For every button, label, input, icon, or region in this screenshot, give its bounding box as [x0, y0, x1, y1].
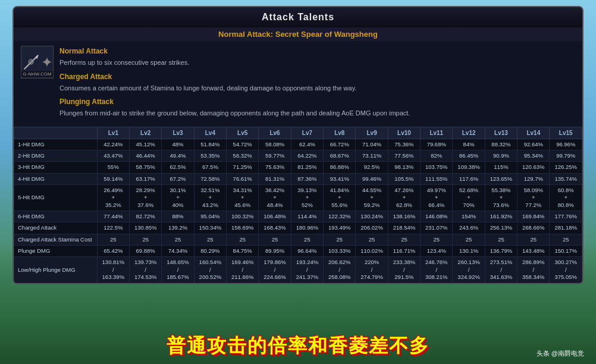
col-header-lv13: Lv13	[485, 127, 517, 139]
cell-r5-c6: 114.4%	[291, 211, 323, 222]
cell-r2-c1: 58.75%	[130, 162, 162, 173]
cell-r0-c6: 62.4%	[291, 139, 323, 150]
cell-r6-c4: 158.69%	[227, 222, 259, 234]
cell-r0-c9: 75.36%	[388, 139, 420, 150]
cell-r2-c10: 103.75%	[421, 162, 453, 173]
cell-r6-c8: 206.02%	[356, 222, 388, 234]
table-row: 4-Hit DMG59.14%63.17%67.2%72.58%76.61%81…	[14, 173, 582, 184]
cell-r7-c10: 25	[421, 234, 453, 245]
cell-r7-c7: 25	[324, 234, 356, 245]
table-row: 1-Hit DMG42.24%45.12%48%51.84%54.72%58.0…	[14, 139, 582, 150]
cell-r9-c5: 179.86%/224.66%	[259, 257, 291, 283]
skill-icon: G-NHW.COM	[21, 46, 54, 79]
table-row: Charged Attack Stamina Cost2525252525252…	[14, 234, 582, 245]
normal-attack-label: Normal Attack	[59, 46, 575, 57]
cell-r4-c1: 28.29%+37.6%	[130, 184, 162, 211]
cell-r1-c7: 68.67%	[324, 150, 356, 161]
cell-r7-c8: 25	[356, 234, 388, 245]
cell-r1-c12: 90.9%	[485, 150, 517, 161]
stats-table-wrapper: Lv1Lv2Lv3Lv4Lv5Lv6Lv7Lv8Lv9Lv10Lv11Lv12L…	[14, 127, 582, 284]
table-row: 3-Hit DMG55%58.75%62.5%67.5%71.25%75.63%…	[14, 162, 582, 173]
cell-r2-c9: 98.13%	[388, 162, 420, 173]
cell-r5-c1: 82.72%	[130, 211, 162, 222]
cell-r1-c13: 95.34%	[517, 150, 550, 161]
cell-r8-c4: 84.75%	[227, 245, 259, 256]
cell-r9-c11: 260.13%/324.92%	[453, 257, 485, 283]
col-header-lv10: Lv10	[388, 127, 420, 139]
cell-r9-c2: 148.65%/185.67%	[162, 257, 194, 283]
cell-r6-c3: 150.34%	[194, 222, 226, 234]
normal-attack-desc: Performs up to six consecutive spear str…	[59, 58, 575, 68]
cell-r7-c5: 25	[259, 234, 291, 245]
col-header-lv7: Lv7	[291, 127, 323, 139]
cell-r6-c2: 139.2%	[162, 222, 194, 234]
cell-r9-c7: 206.62%/258.08%	[324, 257, 356, 283]
cell-r7-c1: 25	[130, 234, 162, 245]
cell-r7-c6: 25	[291, 234, 323, 245]
col-header-lv4: Lv4	[194, 127, 226, 139]
cell-r4-c0: 26.49%+35.2%	[97, 184, 129, 211]
col-header-lv15: Lv15	[550, 127, 582, 139]
bottom-text-area: 普通攻击的倍率和香菱差不多	[0, 333, 596, 359]
cell-r0-c13: 92.64%	[517, 139, 550, 150]
cell-r1-c3: 53.35%	[194, 150, 226, 161]
cell-r1-c4: 56.32%	[227, 150, 259, 161]
cell-r9-c12: 273.51%/341.63%	[485, 257, 517, 283]
cell-r7-c4: 25	[227, 234, 259, 245]
cell-r8-c9: 116.71%	[388, 245, 420, 256]
cell-r9-c6: 193.24%/241.37%	[291, 257, 323, 283]
cell-r8-c13: 143.48%	[517, 245, 550, 256]
cell-r2-c11: 109.38%	[453, 162, 485, 173]
cell-r0-c11: 84%	[453, 139, 485, 150]
cell-r0-c7: 66.72%	[324, 139, 356, 150]
cell-r8-c5: 89.95%	[259, 245, 291, 256]
table-row: 6-Hit DMG77.44%82.72%88%95.04%100.32%106…	[14, 211, 582, 222]
row-label-0: 1-Hit DMG	[14, 139, 98, 150]
cell-r8-c1: 69.88%	[130, 245, 162, 256]
plunge-attack-desc: Plunges from mid-air to strike the groun…	[59, 108, 575, 118]
cell-r5-c10: 146.08%	[421, 211, 453, 222]
cell-r2-c4: 71.25%	[227, 162, 259, 173]
col-header-lv1: Lv1	[97, 127, 129, 139]
cell-r1-c1: 46.44%	[130, 150, 162, 161]
col-header-lv2: Lv2	[130, 127, 162, 139]
cell-r0-c5: 58.08%	[259, 139, 291, 150]
table-row: Plunge DMG65.42%69.88%74.34%80.29%84.75%…	[14, 245, 582, 256]
cell-r6-c12: 256.13%	[485, 222, 517, 234]
plunge-attack-label: Plunging Attack	[59, 96, 575, 107]
cell-r3-c8: 99.46%	[356, 173, 388, 184]
cell-r9-c13: 286.89%/358.34%	[517, 257, 550, 283]
row-label-5: 6-Hit DMG	[14, 211, 98, 222]
cell-r2-c12: 115%	[485, 162, 517, 173]
cell-r6-c6: 180.96%	[291, 222, 323, 234]
cell-r7-c2: 25	[162, 234, 194, 245]
cell-r1-c11: 86.45%	[453, 150, 485, 161]
cell-r5-c9: 138.16%	[388, 211, 420, 222]
cell-r2-c6: 81.25%	[291, 162, 323, 173]
cell-r3-c4: 76.61%	[227, 173, 259, 184]
stats-table: Lv1Lv2Lv3Lv4Lv5Lv6Lv7Lv8Lv9Lv10Lv11Lv12L…	[14, 127, 582, 284]
col-header-lv3: Lv3	[162, 127, 194, 139]
cell-r6-c5: 168.43%	[259, 222, 291, 234]
cell-r5-c13: 169.84%	[517, 211, 550, 222]
cell-r2-c3: 67.5%	[194, 162, 226, 173]
cell-r9-c14: 300.27%/375.05%	[550, 257, 582, 283]
cell-r8-c11: 130.1%	[453, 245, 485, 256]
cell-r3-c0: 59.14%	[97, 173, 129, 184]
col-header-label	[14, 127, 98, 139]
skill-name: Normal Attack: Secret Spear of Wangsheng	[14, 27, 582, 41]
cell-r0-c4: 54.72%	[227, 139, 259, 150]
cell-r9-c0: 130.81%/163.39%	[97, 257, 129, 283]
cell-r7-c13: 25	[517, 234, 550, 245]
spear-icon	[21, 52, 41, 73]
cell-r5-c5: 106.48%	[259, 211, 291, 222]
col-header-lv6: Lv6	[259, 127, 291, 139]
cell-r6-c1: 130.85%	[130, 222, 162, 234]
cell-r2-c0: 55%	[97, 162, 129, 173]
row-label-6: Charged Attack	[14, 222, 98, 234]
cell-r9-c4: 169.46%/211.66%	[227, 257, 259, 283]
source-label: 头条 @南爵电竞	[537, 349, 584, 358]
cell-r3-c3: 72.58%	[194, 173, 226, 184]
cell-r4-c9: 47.26%+62.8%	[388, 184, 420, 211]
cell-r3-c12: 123.65%	[485, 173, 517, 184]
